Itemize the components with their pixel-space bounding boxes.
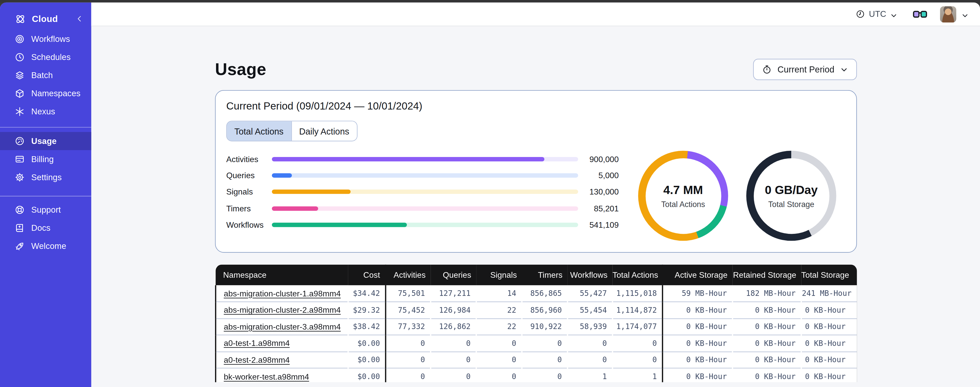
column-header-timers: Timers xyxy=(522,264,568,285)
cell-retained-storage: 0 KB-Hour xyxy=(733,302,802,318)
cell-signals: 14 xyxy=(476,285,522,302)
cell-total-actions: 0 xyxy=(612,352,662,368)
cell-total-storage: 241 MB-Hour xyxy=(801,285,857,302)
cell-queries: 0 xyxy=(431,335,476,352)
period-selector-label: Current Period xyxy=(778,64,834,74)
cell-total-storage: 0 KB-Hour xyxy=(801,302,857,318)
content: Usage Current Period Current Period (09/… xyxy=(91,26,980,387)
tab-daily-actions[interactable]: Daily Actions xyxy=(291,121,357,141)
sidebar-item-label: Batch xyxy=(31,71,53,80)
column-header-queries: Queries xyxy=(431,264,476,285)
column-header-total-storage: Total Storage xyxy=(801,264,857,285)
bar-row-queries: Queries5,000 xyxy=(226,167,619,184)
temporal-logo-icon xyxy=(14,13,26,25)
usage-icon xyxy=(14,136,25,147)
sidebar-item-welcome[interactable]: Welcome xyxy=(0,237,91,255)
namespace-cell: a0-test-2.a98mm4 xyxy=(216,352,348,368)
namespace-link[interactable]: a0-test-2.a98mm4 xyxy=(224,355,290,365)
cell-queries: 126,862 xyxy=(431,318,476,335)
sidebar-item-label: Schedules xyxy=(31,53,71,62)
screen: Cloud WorkflowsSchedulesBatchNamespacesN… xyxy=(0,0,980,387)
namespace-link[interactable]: abs-migration-cluster-1.a98mm4 xyxy=(224,289,341,298)
sidebar-item-support[interactable]: Support xyxy=(0,201,91,219)
sidebar-item-namespaces[interactable]: Namespaces xyxy=(0,85,91,102)
brand-row[interactable]: Cloud xyxy=(0,7,91,30)
bar-row-signals: Signals130,000 xyxy=(226,184,619,200)
cell-retained-storage: 0 KB-Hour xyxy=(733,335,802,352)
cell-retained-storage: 182 MB-Hour xyxy=(733,285,802,302)
clock-icon xyxy=(856,10,865,19)
column-header-cost: Cost xyxy=(348,264,386,285)
chevron-down-icon xyxy=(890,10,897,18)
namespace-link[interactable]: a0-test-1.a98mm4 xyxy=(224,339,290,348)
total-storage-donut: 0 GB/Day Total Storage xyxy=(746,151,837,241)
cell-workflows: 55,454 xyxy=(568,302,612,318)
cell-total-storage: 0 KB-Hour xyxy=(801,335,857,352)
cell-activities: 75,452 xyxy=(386,302,431,318)
sidebar-collapse-icon[interactable] xyxy=(75,14,84,23)
sidebar-item-label: Support xyxy=(31,205,61,215)
cell-queries: 0 xyxy=(431,352,476,368)
support-icon xyxy=(14,205,25,215)
sidebar-divider xyxy=(0,127,91,127)
avatar[interactable] xyxy=(940,6,956,22)
sidebar-item-usage[interactable]: Usage xyxy=(0,132,91,150)
sidebar-item-label: Welcome xyxy=(31,241,66,251)
total-actions-donut: 4.7 MM Total Actions xyxy=(638,151,728,241)
cell-queries: 127,211 xyxy=(431,285,476,302)
sidebar-item-label: Workflows xyxy=(31,34,70,44)
namespace-link[interactable]: abs-migration-cluster-2.a98mm4 xyxy=(224,305,341,315)
bar-label: Activities xyxy=(226,154,272,164)
batch-icon xyxy=(14,70,25,81)
sidebar: Cloud WorkflowsSchedulesBatchNamespacesN… xyxy=(0,3,91,387)
cell-total-storage: 0 KB-Hour xyxy=(801,368,857,382)
cell-active-storage: 0 KB-Hour xyxy=(662,368,732,382)
table-row: abs-migration-cluster-3.a98mm4$38.4277,3… xyxy=(216,318,857,335)
sidebar-item-label: Usage xyxy=(31,136,57,146)
sidebar-item-label: Docs xyxy=(31,223,51,233)
timezone-label: UTC xyxy=(869,10,886,19)
cell-workflows: 1 xyxy=(568,368,612,382)
cell-workflows: 55,427 xyxy=(568,285,612,302)
bar-row-activities: Activities900,000 xyxy=(226,151,619,167)
cell-active-storage: 0 KB-Hour xyxy=(662,318,732,335)
sidebar-item-schedules[interactable]: Schedules xyxy=(0,48,91,66)
namespace-cell: abs-migration-cluster-1.a98mm4 xyxy=(216,285,348,302)
cell-signals: 0 xyxy=(476,352,522,368)
bar-track xyxy=(272,173,578,178)
sidebar-divider xyxy=(0,196,91,196)
namespace-link[interactable]: abs-migration-cluster-3.a98mm4 xyxy=(224,322,341,331)
sidebar-nav-main: WorkflowsSchedulesBatchNamespacesNexus xyxy=(0,30,91,121)
usage-bar-chart: Activities900,000Queries5,000Signals130,… xyxy=(226,151,619,233)
sidebar-item-batch[interactable]: Batch xyxy=(0,66,91,85)
period-selector-button[interactable]: Current Period xyxy=(753,59,857,80)
namespace-link[interactable]: bk-worker-test.a98mm4 xyxy=(224,372,309,381)
table-row: abs-migration-cluster-2.a98mm4$29.3275,4… xyxy=(216,302,857,318)
table-row: bk-worker-test.a98mm4$0.000000110 KB-Hou… xyxy=(216,368,857,382)
sidebar-item-billing[interactable]: Billing xyxy=(0,150,91,168)
timezone-selector[interactable]: UTC xyxy=(856,10,897,19)
cell-total-actions: 1,115,018 xyxy=(612,285,662,302)
cell-signals: 0 xyxy=(476,335,522,352)
bar-label: Signals xyxy=(226,187,272,197)
glasses-icon[interactable] xyxy=(912,8,928,20)
column-header-retained-storage: Retained Storage xyxy=(733,264,802,285)
stopwatch-icon xyxy=(762,64,772,74)
table-row: a0-test-1.a98mm4$0.000000000 KB-Hour0 KB… xyxy=(216,335,857,352)
tab-total-actions[interactable]: Total Actions xyxy=(227,121,291,141)
bar-label: Queries xyxy=(226,171,272,180)
sidebar-item-workflows[interactable]: Workflows xyxy=(0,30,91,48)
bar-track xyxy=(272,157,578,161)
namespace-usage-table: NamespaceCostActivitiesQueriesSignalsTim… xyxy=(215,264,857,382)
account-chevron-down-icon[interactable] xyxy=(961,10,969,18)
cell-total-actions: 1 xyxy=(612,368,662,382)
schedules-icon xyxy=(14,52,25,62)
namespace-cell: bk-worker-test.a98mm4 xyxy=(216,368,348,382)
sidebar-item-settings[interactable]: Settings xyxy=(0,168,91,186)
cell-timers: 910,922 xyxy=(522,318,568,335)
bar-label: Timers xyxy=(226,204,272,213)
column-header-total-actions: Total Actions xyxy=(612,264,662,285)
bar-value: 541,109 xyxy=(578,220,619,229)
sidebar-item-nexus[interactable]: Nexus xyxy=(0,102,91,121)
sidebar-item-docs[interactable]: Docs xyxy=(0,219,91,237)
